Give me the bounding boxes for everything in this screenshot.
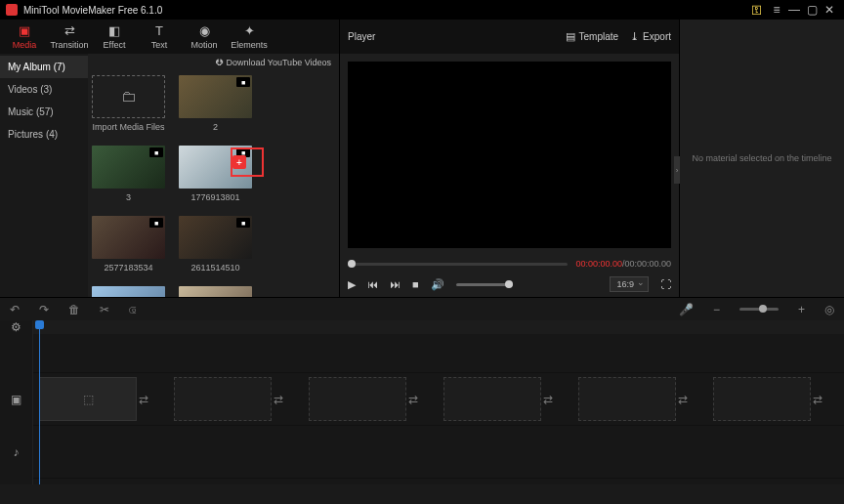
minimize-button[interactable]: — [785, 3, 803, 17]
tab-effect[interactable]: ◧ Effect [92, 20, 137, 54]
inspector-empty-message: No material selected on the timeline [692, 153, 831, 163]
transition-swap-button[interactable]: ⇄ [274, 393, 283, 406]
collapse-inspector-button[interactable]: › [674, 156, 680, 184]
playhead[interactable] [39, 320, 40, 484]
titlebar: MiniTool MovieMaker Free 6.1.0 ⚿ ≡ — ▢ ✕ [0, 0, 844, 20]
media-icon: ▣ [19, 23, 30, 38]
delete-button[interactable]: 🗑 [68, 303, 80, 316]
maximize-button[interactable]: ▢ [803, 3, 821, 17]
redo-button[interactable]: ↷ [39, 303, 49, 316]
transition-swap-button[interactable]: ⇄ [543, 393, 553, 406]
timeline-ruler[interactable] [33, 320, 844, 334]
media-item[interactable]: ■ 2611514510 [179, 216, 252, 273]
tab-label: Effect [104, 40, 126, 50]
audio-track[interactable] [33, 426, 844, 479]
timeline-slot[interactable]: ⇄ [443, 377, 541, 421]
crop-button[interactable]: ⟃ [129, 303, 136, 316]
template-icon: ▤ [566, 30, 575, 43]
add-to-timeline-button[interactable]: + [232, 155, 246, 169]
aspect-ratio-select[interactable]: 16:9 [610, 276, 649, 292]
timeline-slot[interactable]: ⬚⇄ [39, 377, 137, 421]
elements-icon: ✦ [244, 23, 255, 38]
preview-canvas[interactable] [348, 62, 671, 248]
player-title: Player [348, 31, 375, 42]
media-item[interactable]: ■ 2577183534 [92, 216, 165, 273]
transition-swap-button[interactable]: ⇄ [813, 393, 823, 406]
undo-button[interactable]: ↶ [10, 303, 20, 316]
close-button[interactable]: ✕ [821, 3, 838, 17]
tab-label: Elements [231, 40, 268, 50]
tab-motion[interactable]: ◉ Motion [182, 20, 227, 54]
timeline-toolbar: ↶ ↷ 🗑 ✂ ⟃ 🎤 − + ◎ [0, 297, 844, 320]
timeline-slot[interactable]: ⇄ [174, 377, 272, 421]
export-label: Export [643, 31, 671, 42]
folder-icon: 🗀 [121, 88, 137, 105]
zoom-in-button[interactable]: + [798, 303, 805, 316]
license-key-icon[interactable]: ⚿ [751, 4, 762, 16]
tab-media[interactable]: ▣ Media [2, 20, 47, 54]
zoom-handle-icon[interactable] [759, 305, 767, 313]
media-library-pane: ▣ Media ⇄ Transition ◧ Effect T Text ◉ M… [0, 20, 340, 297]
media-item[interactable]: ■ 1776913801 [179, 146, 252, 202]
player-header: Player ▤ Template ⤓ Export [340, 20, 679, 54]
import-label: Import Media Files [92, 122, 164, 132]
media-item-label: 2611514510 [190, 263, 239, 273]
volume-slider[interactable] [456, 283, 513, 286]
media-item[interactable] [92, 286, 165, 297]
seek-handle-icon[interactable] [348, 260, 356, 268]
template-button[interactable]: ▤ Template [566, 30, 619, 43]
video-badge-icon: ■ [236, 77, 250, 87]
stop-button[interactable]: ■ [412, 278, 419, 290]
text-track[interactable] [33, 334, 844, 373]
media-item[interactable]: ■ 3 [92, 146, 165, 202]
video-track[interactable]: ⬚⇄⇄⇄⇄⇄⇄⇄ [33, 373, 844, 426]
mute-track-button[interactable]: 🎤 [679, 303, 694, 316]
transition-swap-button[interactable]: ⇄ [139, 393, 148, 406]
tab-transition[interactable]: ⇄ Transition [47, 20, 92, 54]
tab-elements[interactable]: ✦ Elements [227, 20, 272, 54]
transition-swap-button[interactable]: ⇄ [408, 393, 418, 406]
sidebar-item-music[interactable]: Music (57) [0, 101, 88, 123]
download-youtube-link[interactable]: ⮋ Download YouTube Videos [215, 58, 331, 67]
menu-icon[interactable]: ≡ [768, 3, 785, 17]
motion-icon: ◉ [199, 23, 210, 38]
track-head-settings[interactable]: ⚙ [0, 320, 32, 334]
transition-swap-button[interactable]: ⇄ [678, 393, 688, 406]
media-item[interactable]: ■ 2 [179, 75, 252, 132]
split-button[interactable]: ✂ [100, 303, 109, 316]
template-label: Template [579, 31, 619, 42]
sidebar-item-my-album[interactable]: My Album (7) [0, 56, 88, 78]
timeline-slot[interactable]: ⇄ [578, 377, 676, 421]
zoom-fit-button[interactable]: ◎ [824, 303, 834, 316]
volume-icon[interactable]: 🔊 [431, 278, 444, 291]
download-label: Download YouTube Videos [226, 58, 331, 67]
main-toolbar: ▣ Media ⇄ Transition ◧ Effect T Text ◉ M… [0, 20, 339, 54]
media-grid: 🗀 Import Media Files ■ 2 ■ 3 ■ 177691380… [88, 71, 339, 297]
seek-slider[interactable] [348, 263, 568, 266]
text-icon: T [155, 23, 163, 38]
tab-text[interactable]: T Text [137, 20, 182, 54]
prev-frame-button[interactable]: ⏮ [367, 278, 378, 290]
sidebar-item-videos[interactable]: Videos (3) [0, 78, 88, 101]
time-total: 00:00:00.00 [624, 259, 671, 269]
track-head-audio[interactable]: ♪ [0, 426, 32, 479]
time-current: 00:00:00.00 [575, 259, 622, 269]
next-frame-button[interactable]: ⏭ [390, 278, 401, 290]
timeline-slot[interactable]: ⇄ [309, 377, 406, 421]
track-head-text[interactable] [0, 334, 32, 373]
zoom-slider[interactable] [739, 308, 779, 311]
export-button[interactable]: ⤓ Export [630, 30, 671, 43]
zoom-out-button[interactable]: − [713, 303, 720, 316]
video-badge-icon: ■ [236, 218, 250, 228]
timeline: ⚙ ▣ ♪ ⬚⇄⇄⇄⇄⇄⇄⇄ [0, 320, 844, 484]
track-head-video[interactable]: ▣ [0, 373, 32, 426]
volume-handle-icon[interactable] [505, 280, 513, 288]
play-button[interactable]: ▶ [348, 278, 356, 291]
timeline-slot[interactable]: ⇄ [713, 377, 811, 421]
sidebar-item-pictures[interactable]: Pictures (4) [0, 123, 88, 146]
fullscreen-button[interactable]: ⛶ [660, 278, 671, 290]
import-media-button[interactable]: 🗀 Import Media Files [92, 75, 165, 132]
media-item[interactable] [179, 286, 252, 297]
tab-label: Transition [50, 40, 88, 50]
media-sidebar: My Album (7) Videos (3) Music (57) Pictu… [0, 54, 88, 297]
